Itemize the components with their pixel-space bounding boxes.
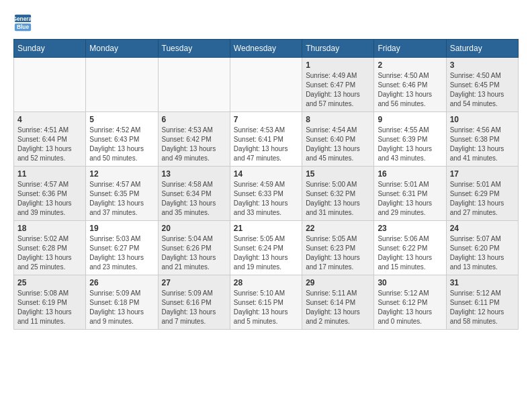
day-number: 22 [306,224,370,233]
calendar-cell: 11Sunrise: 4:57 AM Sunset: 6:36 PM Dayli… [14,167,86,221]
day-info: Sunrise: 5:12 AM Sunset: 6:12 PM Dayligh… [378,289,442,326]
day-number: 13 [162,169,226,179]
calendar-cell: 22Sunrise: 5:05 AM Sunset: 6:23 PM Dayli… [302,221,374,275]
calendar-table: SundayMondayTuesdayWednesdayThursdayFrid… [13,39,519,330]
day-number: 30 [378,278,442,287]
day-number: 21 [234,224,298,233]
day-info: Sunrise: 4:56 AM Sunset: 6:38 PM Dayligh… [450,126,515,163]
weekday-header-friday: Friday [374,40,446,58]
calendar-cell [158,58,230,112]
day-number: 14 [234,169,298,179]
calendar-cell: 17Sunrise: 5:01 AM Sunset: 6:29 PM Dayli… [446,167,518,221]
logo-icon: General Blue [13,13,32,32]
calendar-cell: 12Sunrise: 4:57 AM Sunset: 6:35 PM Dayli… [86,167,158,221]
day-info: Sunrise: 5:06 AM Sunset: 6:22 PM Dayligh… [378,234,442,272]
day-info: Sunrise: 5:01 AM Sunset: 6:29 PM Dayligh… [450,180,515,218]
day-number: 5 [89,115,154,124]
day-info: Sunrise: 4:51 AM Sunset: 6:44 PM Dayligh… [17,126,82,163]
day-info: Sunrise: 4:50 AM Sunset: 6:46 PM Dayligh… [378,71,442,109]
calendar-cell: 1Sunrise: 4:49 AM Sunset: 6:47 PM Daylig… [302,58,374,112]
calendar-cell: 21Sunrise: 5:05 AM Sunset: 6:24 PM Dayli… [230,221,302,275]
day-number: 31 [450,278,515,287]
day-number: 4 [17,115,82,124]
calendar-cell: 30Sunrise: 5:12 AM Sunset: 6:12 PM Dayli… [374,275,446,330]
calendar-cell [14,58,86,112]
weekday-header-row: SundayMondayTuesdayWednesdayThursdayFrid… [14,40,519,58]
day-info: Sunrise: 5:05 AM Sunset: 6:24 PM Dayligh… [234,234,298,272]
calendar-cell: 5Sunrise: 4:52 AM Sunset: 6:43 PM Daylig… [86,112,158,167]
day-info: Sunrise: 5:04 AM Sunset: 6:26 PM Dayligh… [162,234,226,272]
day-number: 3 [450,60,515,70]
day-number: 15 [306,169,370,179]
day-info: Sunrise: 4:50 AM Sunset: 6:45 PM Dayligh… [450,71,515,109]
day-info: Sunrise: 5:00 AM Sunset: 6:32 PM Dayligh… [306,180,370,218]
day-info: Sunrise: 4:57 AM Sunset: 6:35 PM Dayligh… [89,180,154,218]
calendar-cell: 4Sunrise: 4:51 AM Sunset: 6:44 PM Daylig… [14,112,86,167]
day-number: 1 [306,60,370,70]
day-number: 25 [17,278,82,287]
day-info: Sunrise: 4:49 AM Sunset: 6:47 PM Dayligh… [306,71,370,109]
weekday-header-sunday: Sunday [14,40,86,58]
day-number: 7 [234,115,298,124]
weekday-header-monday: Monday [86,40,158,58]
calendar-cell: 3Sunrise: 4:50 AM Sunset: 6:45 PM Daylig… [446,58,518,112]
day-info: Sunrise: 4:58 AM Sunset: 6:34 PM Dayligh… [162,180,226,218]
calendar-cell [86,58,158,112]
day-info: Sunrise: 4:55 AM Sunset: 6:39 PM Dayligh… [378,126,442,163]
day-number: 19 [89,224,154,233]
calendar-cell: 6Sunrise: 4:53 AM Sunset: 6:42 PM Daylig… [158,112,230,167]
day-info: Sunrise: 4:59 AM Sunset: 6:33 PM Dayligh… [234,180,298,218]
calendar-cell: 20Sunrise: 5:04 AM Sunset: 6:26 PM Dayli… [158,221,230,275]
day-number: 28 [234,278,298,287]
day-number: 18 [17,224,82,233]
logo: General Blue [13,13,35,32]
day-number: 9 [378,115,442,124]
calendar-cell: 27Sunrise: 5:09 AM Sunset: 6:16 PM Dayli… [158,275,230,330]
weekday-header-tuesday: Tuesday [158,40,230,58]
day-number: 26 [89,278,154,287]
day-info: Sunrise: 5:03 AM Sunset: 6:27 PM Dayligh… [89,234,154,272]
day-info: Sunrise: 4:57 AM Sunset: 6:36 PM Dayligh… [17,180,82,218]
weekday-header-saturday: Saturday [446,40,518,58]
day-info: Sunrise: 5:10 AM Sunset: 6:15 PM Dayligh… [234,289,298,326]
day-number: 27 [162,278,226,287]
calendar-cell: 15Sunrise: 5:00 AM Sunset: 6:32 PM Dayli… [302,167,374,221]
day-number: 20 [162,224,226,233]
calendar-cell: 25Sunrise: 5:08 AM Sunset: 6:19 PM Dayli… [14,275,86,330]
day-info: Sunrise: 5:12 AM Sunset: 6:11 PM Dayligh… [450,289,515,326]
day-number: 11 [17,169,82,179]
week-row-3: 11Sunrise: 4:57 AM Sunset: 6:36 PM Dayli… [14,167,519,221]
day-info: Sunrise: 4:52 AM Sunset: 6:43 PM Dayligh… [89,126,154,163]
day-number: 2 [378,60,442,70]
day-info: Sunrise: 5:02 AM Sunset: 6:28 PM Dayligh… [17,234,82,272]
calendar-cell: 31Sunrise: 5:12 AM Sunset: 6:11 PM Dayli… [446,275,518,330]
day-info: Sunrise: 5:11 AM Sunset: 6:14 PM Dayligh… [306,289,370,326]
day-number: 12 [89,169,154,179]
day-info: Sunrise: 5:09 AM Sunset: 6:18 PM Dayligh… [89,289,154,326]
header: General Blue [13,13,519,32]
calendar-cell: 7Sunrise: 4:53 AM Sunset: 6:41 PM Daylig… [230,112,302,167]
day-number: 16 [378,169,442,179]
calendar-cell: 10Sunrise: 4:56 AM Sunset: 6:38 PM Dayli… [446,112,518,167]
day-number: 17 [450,169,515,179]
week-row-5: 25Sunrise: 5:08 AM Sunset: 6:19 PM Dayli… [14,275,519,330]
calendar-cell: 29Sunrise: 5:11 AM Sunset: 6:14 PM Dayli… [302,275,374,330]
day-info: Sunrise: 4:53 AM Sunset: 6:41 PM Dayligh… [234,126,298,163]
day-number: 8 [306,115,370,124]
weekday-header-wednesday: Wednesday [230,40,302,58]
svg-text:General: General [13,15,32,22]
week-row-1: 1Sunrise: 4:49 AM Sunset: 6:47 PM Daylig… [14,58,519,112]
calendar-cell: 24Sunrise: 5:07 AM Sunset: 6:20 PM Dayli… [446,221,518,275]
day-number: 10 [450,115,515,124]
day-info: Sunrise: 5:09 AM Sunset: 6:16 PM Dayligh… [162,289,226,326]
day-number: 6 [162,115,226,124]
calendar-cell: 9Sunrise: 4:55 AM Sunset: 6:39 PM Daylig… [374,112,446,167]
calendar-cell: 28Sunrise: 5:10 AM Sunset: 6:15 PM Dayli… [230,275,302,330]
calendar-cell: 23Sunrise: 5:06 AM Sunset: 6:22 PM Dayli… [374,221,446,275]
calendar-cell: 18Sunrise: 5:02 AM Sunset: 6:28 PM Dayli… [14,221,86,275]
day-info: Sunrise: 4:54 AM Sunset: 6:40 PM Dayligh… [306,126,370,163]
calendar-cell: 14Sunrise: 4:59 AM Sunset: 6:33 PM Dayli… [230,167,302,221]
calendar-cell: 26Sunrise: 5:09 AM Sunset: 6:18 PM Dayli… [86,275,158,330]
calendar-cell: 2Sunrise: 4:50 AM Sunset: 6:46 PM Daylig… [374,58,446,112]
day-info: Sunrise: 5:01 AM Sunset: 6:31 PM Dayligh… [378,180,442,218]
